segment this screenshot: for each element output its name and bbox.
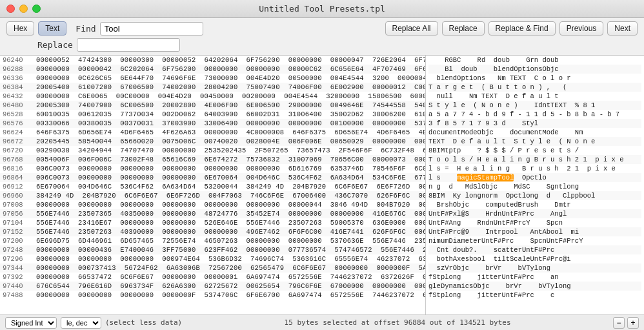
previous-button[interactable]: Previous [559, 21, 604, 36]
hex-bytes: 00000000 0C626C65 6E644F70 74696F6E 7300… [36, 74, 426, 82]
hex-row-num: 97104 [3, 219, 36, 227]
text-row: TEXT D e f a u l t S t y l e ( N o n e [428, 137, 641, 146]
hex-row: 9667220205445 58540044 65660020 0075006C… [0, 137, 425, 146]
hex-row-num: 97296 [3, 255, 36, 263]
hex-bytes: 00000000 00000000 00000000 0000000F 5374… [36, 291, 426, 299]
hex-row: 9628800000000 00000042 6C202064 6F756200… [0, 65, 425, 74]
toolbar: Hex Text Find Replace All Replace Replac… [0, 18, 644, 56]
hex-row-num: 96912 [3, 183, 36, 191]
text-row: fStplong jitterUntF#Prc c [428, 291, 641, 300]
text-button[interactable]: Text [38, 21, 66, 36]
hex-bytes: 556E7446 23507365 40350000 00000000 4872… [36, 210, 426, 218]
hex-row-num: 97344 [3, 264, 36, 272]
text-row: 8BIM Ky longnorm Opctlong d Clppbool [428, 191, 641, 200]
hex-row: 97104556E7446 23416E67 00000000 00000000… [0, 218, 425, 227]
hex-row-num: 96624 [3, 129, 36, 136]
hex-row: 9748800000000 00000000 00000000 0000000F… [0, 291, 425, 300]
hex-row-num: 97200 [3, 237, 36, 245]
minus-button[interactable]: − [613, 317, 625, 329]
text-row: Cnt doub?. scatterUntF#Prc [428, 245, 641, 254]
text-row: nimumDiameterUntF#Prc SpcnUntF#PrcY [428, 236, 641, 245]
minimize-button[interactable] [19, 5, 28, 13]
text-row: null Nm TEXT D e f a u l t [428, 92, 641, 101]
hex-row-num: 96672 [3, 138, 36, 145]
hex-row-num: 96336 [3, 74, 36, 82]
hex-bytes: 6E670064 004D646C 536C4F62 6A634D64 5320… [36, 183, 426, 191]
text-row: T o o l s / H e a l i n g B r u s h 2 1 … [428, 155, 641, 164]
hex-bytes: 00000000 000737413 56724F62 6A63006B 725… [36, 264, 426, 272]
hex-row-num: 96576 [3, 119, 36, 127]
text-row: T a r g e t ( B u t t o n ) , ( [428, 83, 641, 92]
hex-row: 9724800000000 00000436 E7400046 3FF75000… [0, 245, 425, 254]
hex-row: 96960384249 4D 204B7920 6C6F6E67 6E6F726… [0, 191, 425, 200]
hex-bytes: 556E7446 23416E67 00000000 00000000 526E… [36, 219, 426, 227]
close-button[interactable] [6, 5, 15, 13]
hex-bytes: 556E7446 23507263 40390000 00000000 0000… [36, 228, 426, 236]
text-row: l s = H e a l i n g B r u s h 2 1 p i x … [428, 164, 641, 173]
replace-button[interactable]: Replace [442, 21, 485, 36]
hex-row: 97056556E7446 23507365 40350000 00000000… [0, 209, 425, 218]
text-row: 8BIMtptp ? $ $ $ / P r e s e t s / [428, 146, 641, 155]
text-row: BrshObjc computedBrush Dmtr [428, 200, 641, 209]
window-title: Untitled Tool Presets.tpl [259, 4, 385, 14]
hex-row: 9734400000000 000737413 56724F62 6A63006… [0, 263, 425, 273]
hex-row: 9657600330066 00380035 00370031 37003900… [0, 119, 425, 128]
hex-row: 9700800000000 00000000 00000000 00000000… [0, 200, 425, 209]
hex-bytes: 00000052 47424300 00000300 00000052 6420… [36, 56, 426, 64]
type-select[interactable]: Signed Int [5, 317, 57, 329]
hex-bytes: 00290038 34204944 74707470 00000000 2535… [36, 147, 426, 154]
text-row: l s magicStampTool Opctlo [428, 173, 641, 182]
hex-row-num: 97248 [3, 246, 36, 254]
replace-find-button[interactable]: Replace & Find [488, 21, 556, 36]
hex-row: 9729600000000 00000000 00000000 000974E6… [0, 254, 425, 263]
next-button[interactable]: Next [607, 21, 638, 36]
text-row: blendOptions Nm TEXT C o l o r [428, 74, 641, 83]
hex-bytes: 006C0073 00000000 00000000 00000000 6E67… [36, 174, 426, 181]
hex-row-num: 96528 [3, 110, 36, 118]
text-row: a 5 a 7 7 4 - b d 9 f - 1 1 d 5 - b 8 b … [428, 110, 641, 119]
replace-input[interactable] [77, 38, 180, 52]
hex-bytes: 00000000 00000436 E7400046 3FF75000 623F… [36, 246, 426, 254]
hex-bytes: 20005400 61007200 67006500 74002000 2800… [36, 83, 426, 91]
hex-row-num: 96240 [3, 56, 36, 64]
hex-row: 9624000000052 47424300 00000300 00000052… [0, 56, 425, 65]
hex-row-num: 96480 [3, 101, 36, 109]
hex-row-num: 96864 [3, 174, 36, 181]
hex-bytes: 676C6544 796E616D 6963734F 626A6300 6272… [36, 282, 426, 290]
text-row: UntF#Ang RndnUntF#PrcY Spcn [428, 218, 641, 227]
hex-bytes: 384249 4D 204B7920 6C6F6E67 6E6F726D 004… [36, 192, 426, 200]
hex-bytes: 00000000 C6E0065 00C00000 004E4D20 00450… [36, 92, 426, 100]
hex-bytes: 0054006F 006F006C 73002F48 65616C69 6E67… [36, 156, 426, 163]
hex-row: 9638420005400 61007200 67006500 74002000… [0, 83, 425, 92]
replace-all-button[interactable]: Replace All [385, 21, 438, 36]
hex-bytes: 646F6375 6D656E74 4D6F6465 4F626A63 0000… [36, 129, 426, 136]
hex-row-num: 96384 [3, 83, 36, 91]
plus-button[interactable]: + [627, 317, 639, 329]
hex-row-num: 97008 [3, 201, 36, 209]
hex-button[interactable]: Hex [6, 21, 34, 36]
hex-row: 9652860010035 00612035 77370034 002D0062… [0, 110, 425, 119]
hex-row-num: 96432 [3, 92, 36, 100]
text-row: documentModeObjc documentMode Nm [428, 128, 641, 137]
hex-row: 96624646F6375 6D656E74 4D6F6465 4F626A63… [0, 128, 425, 137]
format-select[interactable]: le, dec [61, 317, 101, 329]
hex-row: 97440676C6544 796E616D 6963734F 626A6300… [0, 282, 425, 291]
hex-bytes: 00000000 66537472 6C6F6E67 00000000 0000… [36, 273, 426, 281]
hex-row-num: 97056 [3, 210, 36, 218]
hex-row-num: 97488 [3, 291, 36, 299]
text-row: gleDynamicsObjc brVr bVTylong [428, 282, 641, 291]
hex-panel[interactable]: 9624000000052 47424300 00000300 00000052… [0, 56, 426, 315]
hex-bytes: 20005300 74007900 6C006500 20002800 4E00… [36, 101, 426, 109]
maximize-button[interactable] [32, 5, 41, 13]
status-bar: Signed Int le, dec (select less data) 15… [0, 315, 644, 330]
hex-row-num: 97392 [3, 273, 36, 281]
hex-row: 96864006C0073 00000000 00000000 00000000… [0, 173, 425, 182]
hex-row: 9648020005300 74007900 6C006500 20002800… [0, 101, 425, 110]
find-input[interactable] [100, 22, 203, 36]
title-bar: Untitled Tool Presets.tpl [0, 0, 644, 18]
hex-row-num: 97440 [3, 282, 36, 290]
text-panel[interactable]: RGBC Rd doub Grn doub Bl doub blendOptio… [426, 56, 644, 315]
text-row: n g d MdSlObjc MdSC Sgntlong [428, 182, 641, 191]
hex-bytes: 20205445 58540044 65660020 0075006C 0074… [36, 138, 426, 145]
hex-row: 9633600000000 0C626C65 6E644F70 74696F6E… [0, 74, 425, 83]
